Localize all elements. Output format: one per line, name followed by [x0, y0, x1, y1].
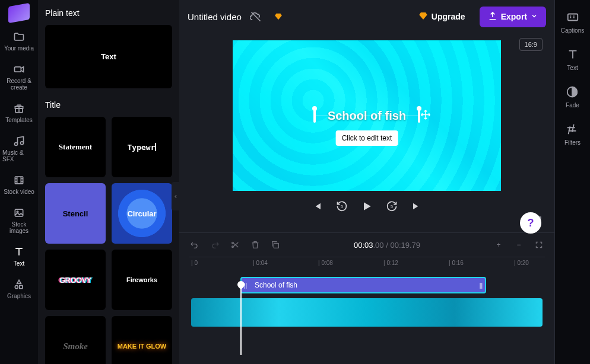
film-icon	[13, 174, 25, 186]
timeline-toolbar: 00:03.00 / 00:19.79 + −	[189, 239, 545, 251]
music-icon	[13, 135, 25, 147]
app-logo[interactable]	[8, 3, 30, 23]
filters-icon	[566, 123, 579, 137]
split-button[interactable]	[229, 239, 241, 251]
chevron-down-icon	[531, 12, 538, 21]
skip-back-button[interactable]	[310, 199, 324, 213]
premium-diamond-icon	[270, 8, 287, 25]
thumb-stencil[interactable]: Stencil	[45, 183, 106, 244]
gift-icon	[13, 103, 25, 114]
svg-rect-0	[15, 67, 21, 72]
playhead[interactable]	[240, 285, 242, 355]
nav-label: Text	[14, 260, 24, 267]
thumb-statement[interactable]: Statement	[45, 117, 106, 177]
shapes-icon	[13, 279, 25, 290]
nav-templates[interactable]: Templates	[3, 100, 35, 126]
nav-label: Your media	[4, 45, 34, 52]
nav-music-sfx[interactable]: Music & SFX	[0, 133, 38, 165]
zoom-out-button[interactable]: −	[513, 239, 525, 251]
move-icon[interactable]	[420, 110, 431, 122]
svg-rect-13	[274, 243, 278, 248]
rp-fade[interactable]: Fade	[566, 85, 579, 108]
svg-point-4	[21, 142, 24, 145]
help-button[interactable]: ?	[520, 212, 541, 234]
timeline: 00:03.00 / 00:19.79 + − | 0 | 0:04 | 0:0…	[179, 232, 554, 364]
cloud-off-icon[interactable]	[248, 8, 264, 25]
nav-your-media[interactable]: Your media	[2, 28, 36, 54]
section-title-plain: Plain text	[45, 8, 172, 18]
svg-point-3	[15, 143, 18, 146]
skip-forward-button[interactable]	[410, 199, 424, 213]
thumb-plain-text[interactable]: Text	[45, 25, 172, 88]
playback-controls: 5 5	[310, 199, 424, 213]
project-title[interactable]: Untitled video	[188, 12, 242, 22]
thumb-glow[interactable]: MAKE IT GLOW	[112, 316, 172, 364]
rp-text[interactable]: Text	[566, 48, 579, 71]
nav-graphics[interactable]: Graphics	[5, 276, 33, 302]
undo-button[interactable]	[189, 239, 201, 251]
section-title-title: Title	[45, 100, 172, 110]
forward-5-button[interactable]: 5	[385, 199, 399, 213]
zoom-in-button[interactable]: +	[493, 239, 505, 251]
thumb-fireworks[interactable]: Fireworks	[112, 250, 172, 310]
nav-stock-video[interactable]: Stock video	[1, 172, 37, 197]
top-toolbar: Untitled video Upgrade Export	[179, 0, 554, 33]
nav-label: Templates	[5, 117, 33, 123]
text-icon	[13, 246, 25, 258]
svg-point-12	[232, 246, 234, 248]
text-icon	[566, 48, 579, 62]
delete-button[interactable]	[249, 239, 261, 251]
nav-label: Music & SFX	[2, 149, 36, 162]
rp-captions[interactable]: Captions	[561, 11, 584, 34]
right-properties-panel: Captions Text Fade Filters	[554, 0, 590, 364]
timeline-tracks[interactable]: School of fish	[189, 272, 545, 355]
svg-rect-14	[567, 14, 578, 21]
image-icon	[13, 207, 25, 219]
captions-icon	[566, 11, 579, 25]
selection-line	[313, 116, 420, 116]
nav-stock-images[interactable]: Stock images	[0, 205, 38, 237]
nav-text[interactable]: Text	[11, 244, 27, 269]
aspect-ratio-badge[interactable]: 16:9	[519, 38, 543, 51]
nav-record-create[interactable]: Record & create	[0, 61, 38, 93]
text-templates-panel: Plain text Text Title Statement Typewr S…	[38, 0, 179, 364]
preview-area: 16:9 School of fish Click to edit text 5…	[179, 33, 554, 232]
svg-rect-5	[15, 177, 23, 184]
redo-button[interactable]	[209, 239, 221, 251]
nav-label: Stock video	[4, 189, 34, 195]
svg-point-11	[232, 242, 234, 244]
thumb-groovy[interactable]: GROOVY	[45, 250, 106, 310]
svg-rect-9	[20, 286, 23, 289]
folder-icon	[13, 31, 25, 43]
video-preview[interactable]: School of fish Click to edit text	[233, 40, 501, 191]
fade-icon	[566, 85, 579, 100]
zoom-fit-button[interactable]	[533, 239, 545, 251]
upload-icon	[488, 11, 497, 23]
rewind-5-button[interactable]: 5	[335, 199, 349, 213]
svg-rect-6	[15, 209, 23, 216]
export-button[interactable]: Export	[480, 7, 546, 27]
duplicate-button[interactable]	[269, 239, 281, 251]
play-button[interactable]	[360, 199, 374, 213]
clip-label: School of fish	[255, 281, 297, 289]
camera-icon	[13, 63, 25, 75]
svg-point-8	[15, 286, 18, 289]
resize-handle-left[interactable]	[313, 108, 316, 123]
edit-text-tooltip: Click to edit text	[336, 130, 398, 146]
upgrade-button[interactable]: Upgrade	[410, 7, 474, 27]
nav-label: Record & create	[2, 78, 36, 91]
main-area: Untitled video Upgrade Export 16:9 Schoo…	[179, 0, 554, 364]
timeline-ruler[interactable]: | 0 | 0:04 | 0:08 | 0:12 | 0:16 | 0:20	[189, 257, 545, 270]
left-nav: Your media Record & create Templates Mus…	[0, 0, 38, 364]
nav-label: Graphics	[7, 293, 31, 299]
nav-label: Stock images	[2, 221, 36, 234]
text-overlay-selection[interactable]: School of fish Click to edit text	[328, 109, 406, 123]
thumb-smoke[interactable]: Smoke	[45, 316, 106, 364]
rp-filters[interactable]: Filters	[564, 123, 581, 146]
thumb-circular[interactable]: Circular	[112, 183, 172, 244]
text-clip[interactable]: School of fish	[240, 277, 486, 293]
time-display: 00:03.00 / 00:19.79	[354, 241, 420, 250]
thumb-typewriter[interactable]: Typewr	[112, 117, 172, 177]
collapse-panel-button[interactable]: ‹	[172, 182, 179, 210]
video-clip[interactable]	[191, 298, 543, 327]
